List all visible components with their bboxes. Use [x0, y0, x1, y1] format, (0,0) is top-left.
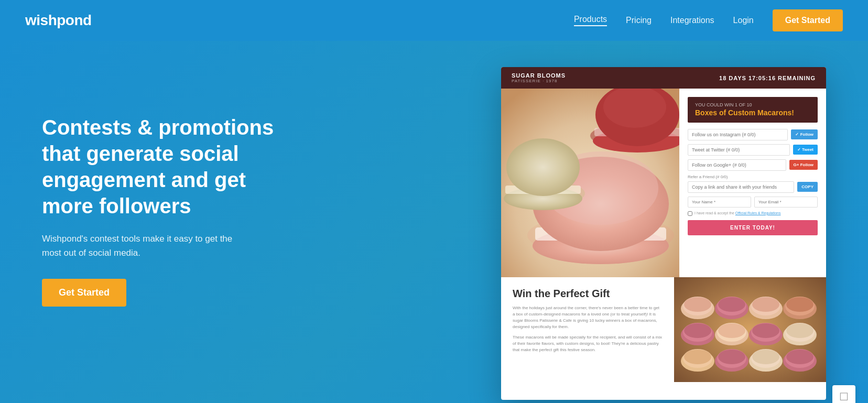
name-input[interactable] — [688, 197, 751, 208]
refer-row: COPY — [688, 181, 818, 193]
bottom-title: Win the Perfect Gift — [513, 288, 663, 300]
gplus-input[interactable] — [688, 159, 786, 171]
preview-card: sugar blooms PATISSERIE · 1978 18 DAYS 1… — [501, 67, 826, 400]
card-main: YOU COULD WIN 1 OF 10 Boxes of Custom Ma… — [501, 89, 826, 277]
bottom-body-2: These macarons will be made specially fo… — [513, 334, 663, 353]
follow-instagram-input[interactable] — [688, 129, 788, 140]
svg-point-40 — [786, 323, 813, 338]
card-brand: sugar blooms PATISSERIE · 1978 — [512, 72, 566, 83]
card-bottom: Win the Perfect Gift With the holidays j… — [501, 277, 826, 382]
enter-today-button[interactable]: ENTER TODAY! — [688, 220, 818, 235]
chat-bubble[interactable]: ☐ — [832, 385, 855, 403]
nav-item-integrations[interactable]: Integrations — [670, 16, 714, 25]
gplus-button[interactable]: G+ Follow — [789, 160, 818, 170]
dot-2[interactable] — [661, 390, 666, 396]
tweet-twitter-button[interactable]: ✓ Tweet — [793, 145, 818, 155]
card-image — [501, 89, 679, 277]
win-banner-sub: YOU COULD WIN 1 OF 10 — [695, 102, 810, 107]
refer-input[interactable] — [688, 181, 794, 193]
dot-3[interactable] — [671, 390, 677, 396]
card-brand-sub: PATISSERIE · 1978 — [512, 79, 566, 83]
card-header: sugar blooms PATISSERIE · 1978 18 DAYS 1… — [501, 67, 826, 89]
svg-point-49 — [752, 350, 779, 364]
svg-point-46 — [718, 350, 745, 364]
card-bottom-text: Win the Perfect Gift With the holidays j… — [501, 277, 674, 382]
hero-subtitle: Wishpond's contest tools make it easy to… — [42, 232, 252, 260]
refer-label: Refer a Friend (# 0/0) — [688, 175, 818, 179]
svg-point-31 — [684, 323, 711, 338]
svg-point-52 — [786, 350, 813, 364]
svg-point-37 — [752, 323, 779, 338]
get-started-nav-button[interactable]: Get Started — [773, 9, 843, 31]
follow-instagram-row: ✓ Follow — [688, 129, 818, 140]
gplus-row: G+ Follow — [688, 159, 818, 171]
copy-button[interactable]: COPY — [797, 182, 818, 192]
bottom-body-1: With the holidays just around the corner… — [513, 305, 663, 330]
tweet-twitter-row: ✓ Tweet — [688, 144, 818, 156]
email-input[interactable] — [754, 197, 818, 208]
nav-item-products[interactable]: Products — [574, 15, 607, 26]
dot-1[interactable] — [650, 390, 656, 396]
tweet-twitter-input[interactable] — [688, 144, 790, 156]
win-banner: YOU COULD WIN 1 OF 10 Boxes of Custom Ma… — [688, 97, 818, 123]
checkbox-label: I have read & accept the Official Rules … — [695, 211, 780, 215]
nav-item-pricing[interactable]: Pricing — [626, 16, 652, 25]
checkbox-row: I have read & accept the Official Rules … — [688, 211, 818, 216]
card-form-area: YOU COULD WIN 1 OF 10 Boxes of Custom Ma… — [679, 89, 826, 277]
chat-icon: ☐ — [839, 390, 849, 403]
logo: wishpond — [25, 12, 92, 29]
win-banner-title: Boxes of Custom Macarons! — [695, 108, 810, 117]
svg-point-25 — [752, 297, 779, 312]
dot-indicators — [501, 382, 826, 400]
svg-point-34 — [718, 323, 745, 338]
svg-point-10 — [506, 138, 580, 196]
follow-instagram-button[interactable]: ✓ Follow — [791, 129, 818, 139]
card-brand-name: sugar blooms — [512, 72, 566, 79]
nav-item-login[interactable]: Login — [733, 16, 754, 25]
svg-point-43 — [684, 350, 711, 364]
nav: Products Pricing Integrations Login Get … — [574, 9, 843, 31]
terms-checkbox[interactable] — [688, 211, 692, 216]
card-timer: 18 DAYS 17:05:16 REMAINING — [719, 75, 816, 81]
hero-section: Contests & promotions that generate soci… — [0, 41, 868, 403]
svg-point-22 — [718, 297, 745, 312]
hero-title: Contests & promotions that generate soci… — [42, 114, 294, 219]
get-started-hero-button[interactable]: Get Started — [42, 279, 126, 307]
name-email-row — [688, 197, 818, 208]
header: wishpond Products Pricing Integrations L… — [0, 0, 868, 41]
hero-left: Contests & promotions that generate soci… — [42, 72, 294, 307]
svg-point-28 — [786, 297, 813, 312]
card-bottom-image — [674, 277, 826, 382]
svg-point-19 — [684, 297, 711, 312]
